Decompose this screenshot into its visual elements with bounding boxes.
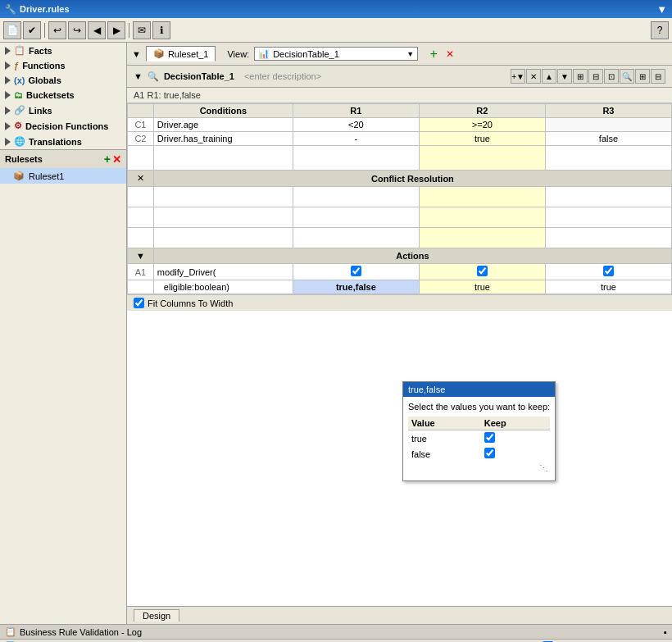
dropdown-keep-true[interactable] (481, 430, 550, 447)
condition-c2-r2[interactable]: true (419, 132, 545, 146)
decision-functions-expand-icon (5, 122, 11, 130)
dt-del2-button[interactable]: ⊟ (651, 69, 665, 84)
action-a1-r2-check[interactable] (419, 264, 545, 280)
sidebar-item-ruleset1[interactable]: 📦 Ruleset1 (0, 168, 126, 184)
dt-search-button[interactable]: 🔍 (620, 69, 634, 84)
forward-button[interactable]: ▶ (107, 21, 125, 39)
dt-add-col-button[interactable]: ⊞ (573, 69, 588, 84)
rulesets-add-button[interactable]: + (104, 153, 111, 166)
fit-columns-checkbox[interactable] (134, 298, 144, 308)
sidebar-item-label-translations: Translations (29, 137, 82, 147)
empty-r1[interactable] (293, 146, 419, 171)
sidebar-item-globals[interactable]: (x) Globals (0, 73, 126, 88)
dropdown-value-true: true (408, 430, 481, 447)
ruleset-tab-ruleset1[interactable]: 📦 Ruleset_1 (146, 46, 216, 61)
sidebar-item-functions[interactable]: ƒ Functions (0, 58, 126, 73)
log-title: Business Rule Validation - Log (20, 627, 142, 637)
back-button[interactable]: ◀ (88, 21, 106, 39)
table-row (128, 146, 672, 171)
dropdown-checkbox-false[interactable] (484, 448, 495, 458)
log-close-button[interactable]: ▪ (664, 627, 667, 637)
decision-functions-icon: ⚙ (14, 121, 22, 131)
sidebar-item-bucketsets[interactable]: 🗂 Bucketsets (0, 88, 126, 102)
sidebar-item-decision-functions[interactable]: ⚙ Decision Functions (0, 118, 126, 134)
dt-move-up-button[interactable]: ▲ (542, 69, 556, 84)
table-row (128, 187, 672, 207)
sidebar-item-label-bucketsets: Bucketsets (26, 90, 75, 100)
dt-del-col-button[interactable]: ⊟ (588, 69, 603, 84)
action-a1-subname[interactable]: eligible:boolean) (153, 280, 293, 294)
action-a1-r3-check[interactable] (545, 264, 671, 280)
dt-add-row-button[interactable]: +▼ (511, 69, 525, 84)
dt-move-down-button[interactable]: ▼ (557, 69, 572, 84)
condition-c1-r2[interactable]: >=20 (419, 118, 545, 132)
action-a1-r3-checkbox[interactable] (603, 266, 614, 276)
ruleset-tab-label: Ruleset_1 (168, 49, 209, 59)
dropdown-header-text: true,false (408, 385, 445, 394)
dt-delete-row-button[interactable]: ✕ (526, 69, 541, 84)
dropdown-col-keep: Keep (481, 417, 550, 430)
functions-expand-icon (5, 61, 11, 70)
links-expand-icon (5, 107, 11, 115)
empty-r2[interactable] (419, 146, 545, 171)
empty-name[interactable] (153, 146, 293, 171)
col-header-r2: R2 (419, 104, 545, 118)
dt-add2-button[interactable]: ⊞ (635, 69, 650, 84)
sidebar-item-links[interactable]: 🔗 Links (0, 102, 126, 118)
sidebar-item-label-globals: Globals (28, 75, 61, 85)
condition-c2-r3[interactable]: false (545, 132, 671, 146)
dropdown-resize-handle[interactable]: ⋱ (408, 462, 550, 476)
sidebar-item-facts[interactable]: 📋 Facts (0, 43, 126, 58)
dropdown-table: Value Keep true (408, 417, 550, 462)
actions-section-header-row: ▼ Actions (128, 248, 672, 264)
dropdown-popup: true,false Select the values you want to… (402, 381, 556, 481)
conflict-resolution-row: ✕ Conflict Resolution (128, 171, 672, 187)
action-a1-r1-value[interactable]: true,false (293, 280, 419, 294)
translations-expand-icon (5, 138, 11, 146)
dt-search-icon: 🔍 (148, 71, 159, 82)
action-a1-r2-value[interactable]: true (419, 280, 545, 294)
action-a1-r2-checkbox[interactable] (477, 266, 488, 276)
redo-button[interactable]: ↪ (68, 21, 86, 39)
add-view-button[interactable]: + (426, 47, 441, 61)
dt-expand-icon[interactable]: ▼ (134, 71, 143, 81)
functions-icon: ƒ (14, 61, 19, 71)
actions-expand-icon[interactable]: ▼ (128, 248, 154, 264)
main-layout: 📋 Facts ƒ Functions (x) Globals 🗂 Bucket… (0, 43, 672, 624)
dt-grid-button[interactable]: ⊡ (604, 69, 619, 84)
delete-view-button[interactable]: ✕ (443, 47, 457, 61)
sidebar-item-label-links: Links (29, 106, 52, 116)
undo-button[interactable]: ↩ (48, 21, 66, 39)
condition-c1-r1[interactable]: <20 (293, 118, 419, 132)
view-select-arrow-icon: ▼ (406, 50, 414, 58)
action-a1-r1-check[interactable] (293, 264, 419, 280)
action-a1-r1-checkbox[interactable] (351, 266, 361, 276)
info-button[interactable]: ℹ (152, 21, 170, 39)
condition-c1-name[interactable]: Driver.age (153, 118, 293, 132)
decision-table: Conditions R1 R2 R3 C1 Driver.age <20 >=… (127, 103, 672, 294)
dropdown-checkbox-true[interactable] (484, 432, 495, 443)
table-row: C2 Driver.has_training - true false (128, 132, 672, 146)
empty-id (128, 146, 154, 171)
empty-r3[interactable] (545, 146, 671, 171)
conflict-icon-cell[interactable]: ✕ (128, 171, 154, 187)
condition-c2-name[interactable]: Driver.has_training (153, 132, 293, 146)
title-bar-close-button[interactable]: ▼ (656, 3, 667, 16)
action-a1-name[interactable]: modify_Driver( (153, 264, 293, 280)
content-area: ▼ 📦 Ruleset_1 View: 📊 DecisionTable_1 ▼ … (127, 43, 672, 624)
links-icon: 🔗 (14, 105, 25, 116)
ruleset-tab-expand-icon[interactable]: ▼ (132, 49, 141, 59)
dropdown-keep-false[interactable] (481, 446, 550, 462)
rulesets-delete-button[interactable]: ✕ (112, 153, 121, 166)
sidebar-item-translations[interactable]: 🌐 Translations (0, 134, 126, 149)
condition-c2-r1[interactable]: - (293, 132, 419, 146)
design-tab[interactable]: Design (134, 609, 179, 622)
view-select-dropdown[interactable]: 📊 DecisionTable_1 ▼ (254, 47, 418, 61)
new-button[interactable]: 📄 (3, 21, 21, 39)
help-button[interactable]: ? (651, 21, 669, 39)
mail-button[interactable]: ✉ (133, 21, 151, 39)
action-a1-r3-value[interactable]: true (545, 280, 671, 294)
condition-c1-r3[interactable] (545, 118, 671, 132)
dt-title-area: ▼ 🔍 DecisionTable_1 <enter description> (134, 71, 321, 82)
save-button[interactable]: ✔ (23, 21, 41, 39)
